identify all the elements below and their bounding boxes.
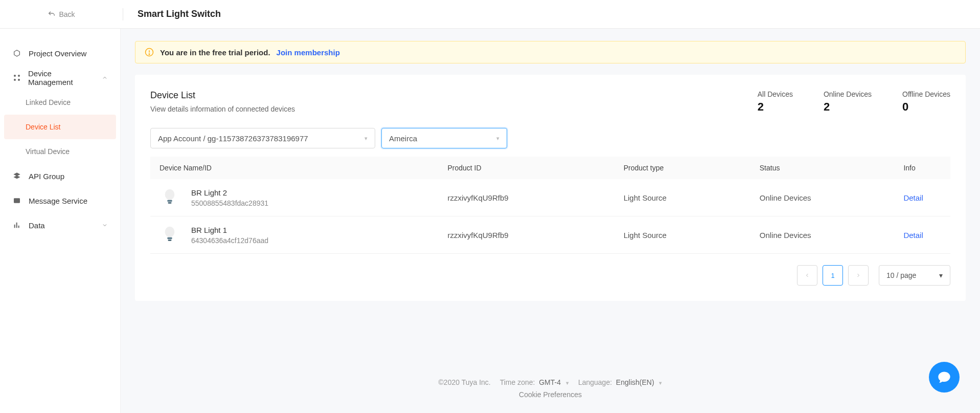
device-id: 55008855483fdac28931 <box>191 199 268 207</box>
join-membership-link[interactable]: Join membership <box>277 48 340 57</box>
stat-value: 2 <box>824 100 872 114</box>
grid-icon <box>12 73 21 82</box>
sidebar-item-message-service[interactable]: Message Service <box>0 188 120 213</box>
stat-label: Online Devices <box>824 90 872 98</box>
cell-status: Online Devices <box>750 179 895 216</box>
nav-label: Device Management <box>28 69 95 86</box>
chat-icon <box>937 370 951 384</box>
footer-copyright: ©2020 Tuya Inc. <box>439 378 491 386</box>
chevron-right-icon <box>855 272 861 278</box>
pager-next-button[interactable] <box>848 265 869 286</box>
nav-label: API Group <box>29 172 64 181</box>
device-stats: All Devices 2 Online Devices 2 Offline D… <box>758 90 950 114</box>
col-info: Info <box>894 157 950 179</box>
device-name: BR Light 2 <box>191 188 268 197</box>
chevron-down-icon: ▾ <box>566 380 569 386</box>
chart-icon <box>12 221 21 230</box>
sidebar-item-virtual-device[interactable]: Virtual Device <box>0 139 120 164</box>
chevron-down-icon: ▾ <box>659 380 662 386</box>
sidebar-item-linked-device[interactable]: Linked Device <box>0 90 120 115</box>
cell-product-id: rzzxivyfKqU9Rfb9 <box>438 179 614 216</box>
footer-cookie-preferences[interactable]: Cookie Preferences <box>135 390 966 399</box>
cell-product-type: Light Source <box>614 216 750 254</box>
sidebar-item-project-overview[interactable]: Project Overview <box>0 41 120 66</box>
sidebar-item-device-list[interactable]: Device List <box>4 115 116 139</box>
svg-rect-4 <box>14 198 20 203</box>
nav-label: Message Service <box>29 197 87 205</box>
svg-point-2 <box>14 79 16 81</box>
nav-label: Virtual Device <box>26 147 70 156</box>
stat-label: Offline Devices <box>902 90 950 98</box>
detail-link[interactable]: Detail <box>903 193 923 202</box>
col-device-name: Device Name/ID <box>150 157 438 179</box>
message-icon <box>12 196 21 205</box>
stat-value: 0 <box>902 100 950 114</box>
svg-rect-10 <box>168 202 172 203</box>
svg-point-7 <box>149 54 150 55</box>
page-size-value: 10 / page <box>886 271 916 279</box>
col-product-id: Product ID <box>438 157 614 179</box>
chevron-down-icon: ▾ <box>939 271 943 279</box>
detail-link[interactable]: Detail <box>903 231 923 240</box>
top-bar: Back Smart Light Switch <box>0 0 980 29</box>
cube-icon <box>12 49 21 58</box>
sidebar-item-device-management[interactable]: Device Management <box>0 66 120 90</box>
lightbulb-icon <box>159 225 180 245</box>
sidebar-item-data[interactable]: Data <box>0 213 120 237</box>
select-value: App Account / gg-115738726373783196977 <box>158 134 308 143</box>
back-arrow-icon <box>48 10 56 18</box>
device-list-card: Device List View details information of … <box>135 75 966 301</box>
chevron-down-icon: ▾ <box>496 135 499 142</box>
device-id: 64304636a4cf12d76aad <box>191 236 268 245</box>
pager-prev-button[interactable] <box>797 265 817 286</box>
chevron-down-icon <box>102 221 108 230</box>
nav-label: Data <box>29 221 45 230</box>
chevron-left-icon <box>804 272 810 278</box>
stat-offline-devices: Offline Devices 0 <box>902 90 950 114</box>
nav-label: Project Overview <box>29 49 86 58</box>
footer-tz-label: Time zone: <box>500 378 535 386</box>
col-status: Status <box>750 157 895 179</box>
page-title: Smart Light Switch <box>123 9 221 19</box>
page-footer: ©2020 Tuya Inc. Time zone: GMT-4 ▾ Langu… <box>135 378 966 399</box>
warning-icon <box>145 48 154 57</box>
footer-tz-value[interactable]: GMT-4 <box>539 378 561 386</box>
footer-lang-value[interactable]: English(EN) <box>616 378 654 386</box>
lightbulb-icon <box>159 187 180 208</box>
trial-alert: You are in the free trial period. Join m… <box>135 41 966 63</box>
svg-point-3 <box>18 79 20 81</box>
cell-status: Online Devices <box>750 216 895 254</box>
svg-rect-9 <box>167 200 172 202</box>
chevron-down-icon: ▾ <box>364 135 368 142</box>
app-account-select[interactable]: App Account / gg-115738726373783196977 ▾ <box>150 128 375 148</box>
cell-product-id: rzzxivyfKqU9Rfb9 <box>438 216 614 254</box>
stat-all-devices: All Devices 2 <box>758 90 793 114</box>
back-button[interactable]: Back <box>0 10 123 18</box>
svg-point-11 <box>165 227 175 237</box>
footer-lang-label: Language: <box>578 378 612 386</box>
sidebar-item-api-group[interactable]: API Group <box>0 164 120 188</box>
chevron-up-icon <box>102 74 108 82</box>
table-row: BR Light 164304636a4cf12d76aadrzzxivyfKq… <box>150 216 950 254</box>
stat-online-devices: Online Devices 2 <box>824 90 872 114</box>
chat-button[interactable] <box>929 362 960 393</box>
nav-label: Device List <box>26 123 60 131</box>
col-product-type: Product type <box>614 157 750 179</box>
layers-icon <box>12 171 21 181</box>
pager-page-1[interactable]: 1 <box>823 265 843 286</box>
svg-point-0 <box>14 75 16 77</box>
page-size-select[interactable]: 10 / page ▾ <box>879 265 950 286</box>
back-label: Back <box>59 10 75 18</box>
stat-value: 2 <box>758 100 793 114</box>
svg-rect-12 <box>167 237 172 240</box>
nav-label: Linked Device <box>26 98 71 106</box>
alert-text: You are in the free trial period. <box>160 48 270 57</box>
sidebar: Project Overview Device Management Linke… <box>0 29 121 413</box>
svg-rect-13 <box>168 240 172 241</box>
device-table: Device Name/ID Product ID Product type S… <box>150 157 950 254</box>
stat-label: All Devices <box>758 90 793 98</box>
region-select[interactable]: Ameirca ▾ <box>381 128 507 148</box>
svg-point-8 <box>165 189 175 200</box>
device-name: BR Light 1 <box>191 226 268 234</box>
svg-point-1 <box>18 75 20 77</box>
